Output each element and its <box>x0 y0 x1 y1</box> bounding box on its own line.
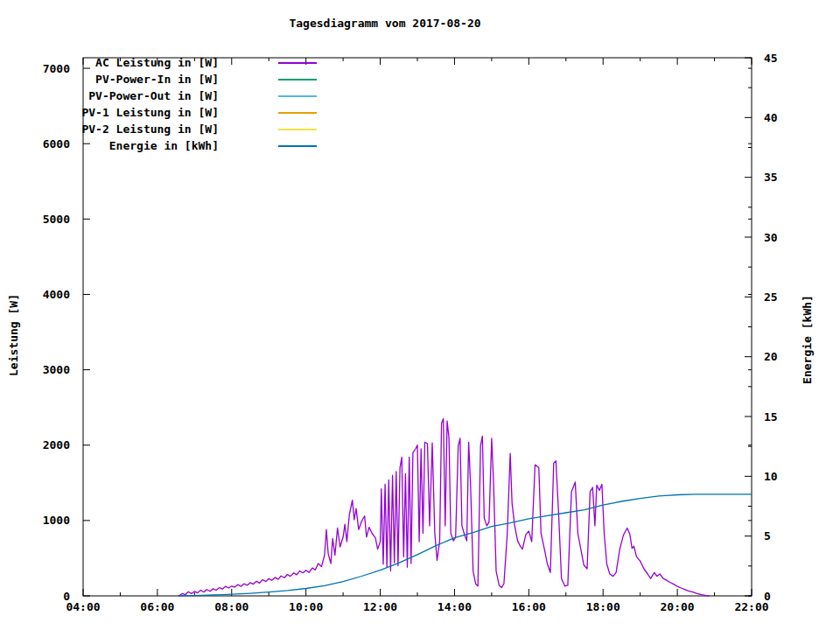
legend-line-sample <box>278 129 317 130</box>
legend-label: PV-Power-In in [W] <box>0 72 219 88</box>
x-tick-label: 06:00 <box>140 600 174 613</box>
legend-label: AC Leistung in [W] <box>0 55 219 71</box>
legend-label: PV-1 Leistung in [W] <box>0 105 219 121</box>
legend-line-sample <box>278 62 317 64</box>
legend-line-sample <box>278 95 317 97</box>
x-tick-label: 14:00 <box>438 600 472 613</box>
x-tick-label: 04:00 <box>66 600 100 613</box>
x-tick-label: 12:00 <box>363 600 397 613</box>
x-tick-label: 08:00 <box>214 600 248 613</box>
y-left-tick-label: 4000 <box>43 288 70 301</box>
y-right-tick-label: 10 <box>764 470 778 483</box>
y-right-tick-label: 5 <box>764 529 771 542</box>
y-right-tick-label: 35 <box>764 171 778 184</box>
x-tick-label: 20:00 <box>661 600 695 613</box>
chart-title: Tagesdiagramm vom 2017-08-20 <box>0 17 770 30</box>
chart: 04:0006:0008:0010:0012:0014:0016:0018:00… <box>0 0 840 630</box>
y-right-tick-label: 0 <box>764 590 771 603</box>
series-line-5 <box>179 494 752 596</box>
legend-line-sample <box>278 79 317 80</box>
x-tick-label: 16:00 <box>512 600 546 613</box>
y-left-tick-label: 2000 <box>43 438 70 452</box>
y-right-tick-label: 20 <box>764 350 778 363</box>
y-right-tick-label: 30 <box>764 231 778 244</box>
legend-line-sample <box>278 112 317 114</box>
legend-entry: Energie in [kWh] <box>0 138 332 154</box>
legend-entry: PV-1 Leistung in [W] <box>0 105 332 121</box>
y-right-tick-label: 40 <box>764 111 778 124</box>
y-axis-label-right: Energie [kWh] <box>801 295 814 384</box>
y-right-tick-label: 15 <box>764 410 778 424</box>
y-left-tick-label: 1000 <box>43 514 70 527</box>
x-tick-label: 10:00 <box>289 600 323 613</box>
legend-entry: PV-2 Leistung in [W] <box>0 122 332 137</box>
legend-entry: AC Leistung in [W] <box>0 55 332 71</box>
legend-line-sample <box>278 145 317 147</box>
y-left-tick-label: 5000 <box>43 213 70 226</box>
y-left-tick-label: 3000 <box>43 363 70 376</box>
y-right-tick-label: 25 <box>764 290 778 304</box>
legend-entry: PV-Power-Out in [W] <box>0 88 332 104</box>
y-left-tick-label: 0 <box>63 590 70 603</box>
legend-label: Energie in [kWh] <box>0 138 219 154</box>
y-axis-label-left: Leistung [W] <box>7 294 20 376</box>
legend-label: PV-Power-Out in [W] <box>0 88 219 104</box>
x-tick-label: 18:00 <box>586 600 620 613</box>
series-line-0 <box>179 419 710 596</box>
y-right-tick-label: 45 <box>764 52 778 65</box>
legend-label: PV-2 Leistung in [W] <box>0 122 219 137</box>
legend-entry: PV-Power-In in [W] <box>0 72 332 88</box>
